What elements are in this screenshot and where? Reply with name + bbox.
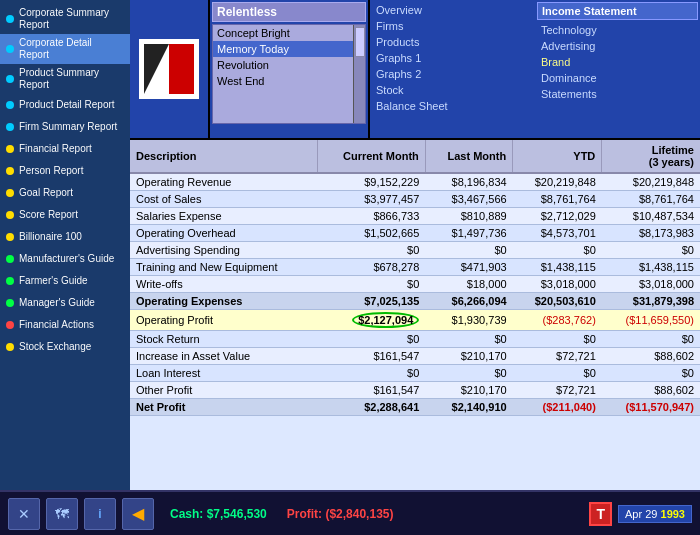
income-statement-header[interactable]: Income Statement [537, 2, 698, 20]
profit-label: Profit: [287, 507, 322, 521]
cell-last: $18,000 [425, 276, 512, 293]
cell-current: $0 [317, 331, 425, 348]
tool-icon-2[interactable]: 🗺 [46, 498, 78, 530]
product-scrollbar[interactable] [353, 25, 365, 123]
sidebar-dot-farmers [6, 277, 14, 285]
col-lifetime: Lifetime(3 years) [602, 140, 700, 173]
sidebar-label-manufacturers: Manufacturer's Guide [19, 253, 114, 265]
cell-ytd: ($283,762) [513, 310, 602, 331]
cell-lifetime: $8,761,764 [602, 191, 700, 208]
sidebar-item-corporate-detail[interactable]: Corporate Detail Report [0, 34, 130, 64]
cell-current: $0 [317, 242, 425, 259]
sidebar-item-stock-exchange[interactable]: Stock Exchange [0, 336, 130, 358]
cell-current: $3,977,457 [317, 191, 425, 208]
cell-current: $161,547 [317, 382, 425, 399]
sidebar-item-financial-actions[interactable]: Financial Actions [0, 314, 130, 336]
product-item-west-end[interactable]: West End [213, 73, 365, 89]
sidebar-dot-corporate-summary [6, 15, 14, 23]
cell-last: $471,903 [425, 259, 512, 276]
sidebar-item-farmers[interactable]: Farmer's Guide [0, 270, 130, 292]
company-logo [139, 39, 199, 99]
sidebar-label-corporate-detail: Corporate Detail Report [19, 37, 124, 61]
cell-current: $2,288,641 [317, 399, 425, 416]
cell-description: Write-offs [130, 276, 317, 293]
cell-lifetime: $0 [602, 242, 700, 259]
content-area: Relentless Concept BrightMemory TodayRev… [130, 0, 700, 490]
cell-lifetime: $88,602 [602, 382, 700, 399]
cell-last: $3,467,566 [425, 191, 512, 208]
cell-description: Cost of Sales [130, 191, 317, 208]
cell-current: $0 [317, 365, 425, 382]
cell-last: $6,266,094 [425, 293, 512, 310]
table-row: Advertising Spending$0$0$0$0 [130, 242, 700, 259]
sidebar-item-corporate-summary[interactable]: Corporate Summary Report [0, 4, 130, 34]
nav-item-firms[interactable]: Firms [372, 18, 533, 34]
table-section: Description Current Month Last Month YTD… [130, 140, 700, 490]
nav-item-statements[interactable]: Statements [537, 86, 698, 102]
nav-item-overview[interactable]: Overview [372, 2, 533, 18]
table-row: Increase in Asset Value$161,547$210,170$… [130, 348, 700, 365]
profit-value: ($2,840,135) [325, 507, 393, 521]
cash-display: Cash: $7,546,530 [170, 507, 267, 521]
sidebar-item-product-summary[interactable]: Product Summary Report [0, 64, 130, 94]
sidebar-item-product-detail[interactable]: Product Detail Report [0, 94, 130, 116]
tool-icon-4[interactable]: ◀ [122, 498, 154, 530]
cell-last: $0 [425, 242, 512, 259]
cell-description: Operating Profit [130, 310, 317, 331]
report-table: Description Current Month Last Month YTD… [130, 140, 700, 416]
cell-lifetime: $0 [602, 331, 700, 348]
cell-last: $810,889 [425, 208, 512, 225]
cell-ytd: $20,219,848 [513, 173, 602, 191]
scrollbar-thumb[interactable] [355, 27, 365, 57]
sidebar-label-financial-actions: Financial Actions [19, 319, 94, 331]
col-current-month: Current Month [317, 140, 425, 173]
nav-item-brand[interactable]: Brand [537, 54, 698, 70]
cell-current: $1,502,665 [317, 225, 425, 242]
status-bar: Cash: $7,546,530 Profit: ($2,840,135) [160, 507, 583, 521]
sidebar-item-manufacturers[interactable]: Manufacturer's Guide [0, 248, 130, 270]
table-row: Write-offs$0$18,000$3,018,000$3,018,000 [130, 276, 700, 293]
nav-item-products[interactable]: Products [372, 34, 533, 50]
sidebar-item-score[interactable]: Score Report [0, 204, 130, 226]
col-description: Description [130, 140, 317, 173]
nav-item-stock[interactable]: Stock [372, 82, 533, 98]
sidebar-label-farmers: Farmer's Guide [19, 275, 88, 287]
tool-icon-1[interactable]: ✕ [8, 498, 40, 530]
cell-description: Increase in Asset Value [130, 348, 317, 365]
cell-lifetime: $88,602 [602, 348, 700, 365]
nav-item-graphs-1[interactable]: Graphs 1 [372, 50, 533, 66]
nav-col-2: Income Statement TechnologyAdvertisingBr… [537, 2, 698, 136]
sidebar-label-stock-exchange: Stock Exchange [19, 341, 91, 353]
sidebar-item-billionaire[interactable]: Billionaire 100 [0, 226, 130, 248]
sidebar-item-financial[interactable]: Financial Report [0, 138, 130, 160]
tool-icon-3[interactable]: i [84, 498, 116, 530]
product-item-revolution[interactable]: Revolution [213, 57, 365, 73]
product-item-memory-today[interactable]: Memory Today [213, 41, 365, 57]
date-display: Apr 29 1993 [618, 505, 692, 523]
nav-item-technology[interactable]: Technology [537, 22, 698, 38]
sidebar-dot-product-summary [6, 75, 14, 83]
table-row: Operating Overhead$1,502,665$1,497,736$4… [130, 225, 700, 242]
product-item-concept-bright[interactable]: Concept Bright [213, 25, 365, 41]
cell-description: Other Profit [130, 382, 317, 399]
cell-description: Training and New Equipment [130, 259, 317, 276]
sidebar-label-product-summary: Product Summary Report [19, 67, 124, 91]
cell-ytd: $3,018,000 [513, 276, 602, 293]
table-row: Loan Interest$0$0$0$0 [130, 365, 700, 382]
sidebar-dot-corporate-detail [6, 45, 14, 53]
cash-value: $7,546,530 [207, 507, 267, 521]
nav-item-graphs-2[interactable]: Graphs 2 [372, 66, 533, 82]
top-panel: Relentless Concept BrightMemory TodayRev… [130, 0, 700, 140]
cell-description: Loan Interest [130, 365, 317, 382]
nav-item-balance-sheet[interactable]: Balance Sheet [372, 98, 533, 114]
nav-item-advertising[interactable]: Advertising [537, 38, 698, 54]
table-row: Other Profit$161,547$210,170$72,721$88,6… [130, 382, 700, 399]
cell-lifetime: $0 [602, 365, 700, 382]
sidebar-item-person[interactable]: Person Report [0, 160, 130, 182]
t-icon[interactable]: T [589, 502, 612, 526]
cell-ytd: $4,573,701 [513, 225, 602, 242]
sidebar-item-firm-summary[interactable]: Firm Summary Report [0, 116, 130, 138]
sidebar-item-managers[interactable]: Manager's Guide [0, 292, 130, 314]
nav-item-dominance[interactable]: Dominance [537, 70, 698, 86]
sidebar-item-goal[interactable]: Goal Report [0, 182, 130, 204]
